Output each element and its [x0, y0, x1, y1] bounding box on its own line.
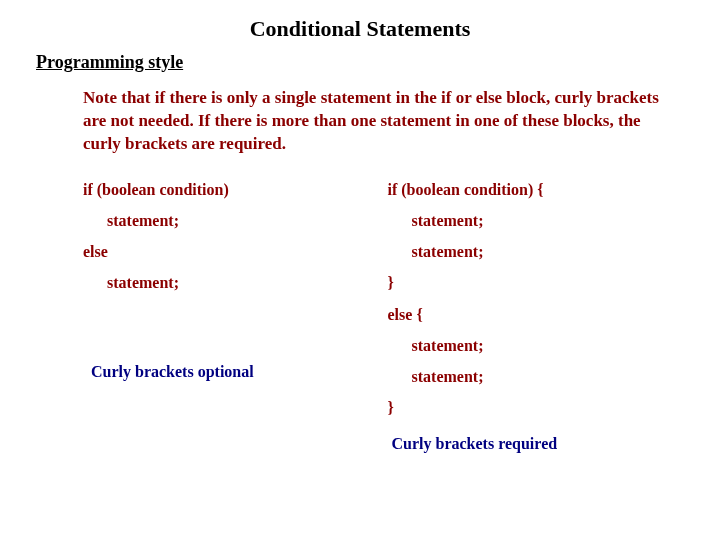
code-line: statement;: [388, 205, 693, 236]
caption-required: Curly brackets required: [392, 435, 693, 453]
left-column: if (boolean condition) statement; else s…: [83, 174, 388, 454]
code-line: }: [388, 267, 693, 298]
page-title: Conditional Statements: [28, 16, 692, 42]
caption-optional: Curly brackets optional: [91, 363, 388, 381]
code-line: statement;: [388, 361, 693, 392]
code-line: statement;: [388, 236, 693, 267]
code-line: if (boolean condition) {: [388, 174, 693, 205]
code-line: if (boolean condition): [83, 174, 388, 205]
code-line: statement;: [388, 330, 693, 361]
code-line: else {: [388, 299, 693, 330]
code-line: }: [388, 392, 693, 423]
code-columns: if (boolean condition) statement; else s…: [28, 174, 692, 454]
code-line: else: [83, 236, 388, 267]
section-heading: Programming style: [36, 52, 692, 73]
code-block-required: if (boolean condition) { statement; stat…: [388, 174, 693, 424]
slide: Conditional Statements Programming style…: [0, 0, 720, 540]
right-column: if (boolean condition) { statement; stat…: [388, 174, 693, 454]
code-line: statement;: [83, 267, 388, 298]
body-paragraph: Note that if there is only a single stat…: [83, 87, 672, 156]
code-line: statement;: [83, 205, 388, 236]
code-block-optional: if (boolean condition) statement; else s…: [83, 174, 388, 299]
